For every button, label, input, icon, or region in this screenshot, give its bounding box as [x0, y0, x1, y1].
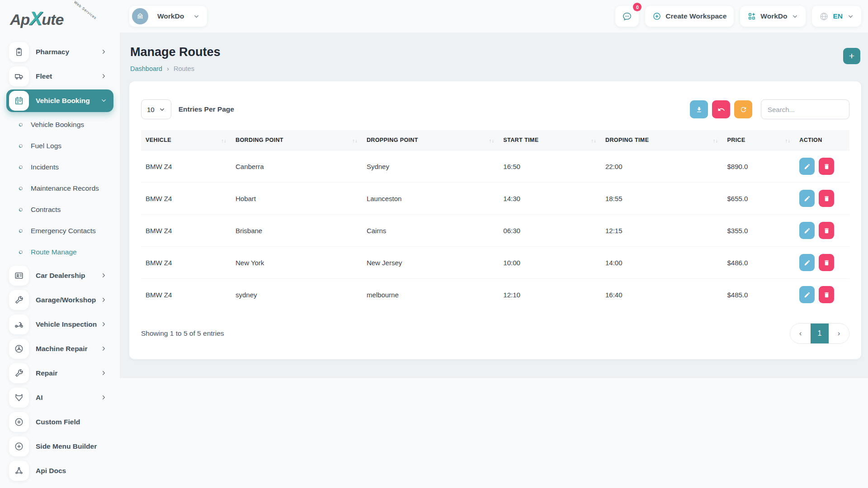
sidebar-item-pharmacy[interactable]: Pharmacy	[6, 41, 113, 63]
bullet-icon	[18, 164, 24, 170]
refresh-button[interactable]	[734, 100, 752, 118]
pagination: ‹ 1 ›	[790, 323, 849, 344]
sidebar-subitem-label: Emergency Contacts	[31, 227, 96, 235]
toolbar-actions	[690, 99, 849, 119]
chat-icon	[622, 11, 632, 21]
chevron-right-icon	[100, 296, 107, 305]
column-header-dropping-point[interactable]: DROPPING POINT↑↓	[362, 130, 499, 150]
pluscircle-icon	[9, 436, 29, 456]
create-workspace-button[interactable]: Create Workspace	[645, 6, 734, 27]
cell-action	[795, 183, 849, 215]
sidebar-item-vehicle-inspection[interactable]: Vehicle Inspection	[6, 313, 113, 336]
delete-route-button[interactable]	[819, 222, 834, 239]
table-row: BMW Z4CanberraSydney16:5022:00$890.0	[141, 150, 849, 183]
column-header-vehicle[interactable]: VEHICLE↑↓	[141, 130, 231, 150]
sidebar-item-car-dealership[interactable]: Car Dealership	[6, 264, 113, 287]
sidebar-subitem-label: Route Manage	[31, 248, 77, 256]
sidebar-subitem-label: Incidents	[31, 163, 59, 171]
sidebar-item-label: Car Dealership	[36, 272, 85, 280]
edit-route-button[interactable]	[799, 286, 815, 303]
sidebar-item-contracts[interactable]: Contracts	[6, 199, 113, 220]
download-icon	[695, 106, 703, 113]
sidebar-item-machine-repair[interactable]: Machine Repair	[6, 338, 113, 360]
sidebar-item-repair[interactable]: Repair	[6, 362, 113, 385]
previous-page-button[interactable]: ‹	[790, 324, 811, 343]
sidebar-item-label: Vehicle Booking	[36, 97, 90, 105]
entries-summary: Showing 1 to 5 of 5 entries	[141, 329, 224, 338]
table-row: BMW Z4BrisbaneCairns06:3012:15$355.0	[141, 215, 849, 247]
column-header-droping-time[interactable]: DROPING TIME↑↓	[601, 130, 723, 150]
table-row: BMW Z4New YorkNew Jersey10:0014:00$486.0	[141, 247, 849, 279]
globe-icon	[819, 12, 829, 21]
edit-route-button[interactable]	[799, 254, 815, 271]
sidebar-item-fuel-logs[interactable]: Fuel Logs	[6, 135, 113, 156]
sidebar-item-custom-field[interactable]: Custom Field	[6, 411, 113, 433]
sidebar-subitem-label: Maintenance Records	[31, 184, 99, 192]
sidebar-item-vehicle-bookings[interactable]: Vehicle Bookings	[6, 114, 113, 135]
next-page-button[interactable]: ›	[829, 324, 849, 343]
column-header-price[interactable]: PRICE↑↓	[722, 130, 795, 150]
column-header-label: VEHICLE	[146, 137, 171, 143]
sidebar-item-label: Custom Field	[36, 418, 80, 426]
sidebar-item-side-menu-builder[interactable]: Side Menu Builder	[6, 435, 113, 458]
cell-price: $355.0	[722, 215, 795, 247]
page-number-button[interactable]: 1	[811, 324, 829, 343]
sidebar-item-api-docs[interactable]: Api Docs	[6, 460, 113, 482]
idcard-icon	[9, 266, 29, 286]
bullet-icon	[18, 143, 24, 149]
breadcrumb-dashboard-link[interactable]: Dashboard	[130, 65, 162, 72]
cell-boarding: sydney	[231, 279, 362, 311]
cell-start-time: 10:00	[499, 247, 601, 279]
cell-start-time: 16:50	[499, 150, 601, 183]
chevron-right-icon: ›	[167, 65, 169, 72]
entries-per-page-select[interactable]: 10	[141, 99, 171, 119]
sidebar-item-emergency-contacts[interactable]: Emergency Contacts	[6, 220, 113, 241]
add-route-button[interactable]: +	[843, 48, 860, 64]
sidebar-item-ai[interactable]: AI	[6, 386, 113, 409]
edit-route-button[interactable]	[799, 190, 815, 207]
sort-icon: ↑↓	[785, 138, 790, 143]
delete-route-button[interactable]	[819, 190, 834, 207]
main-column: WorkDo 0 Create Workspace	[120, 0, 868, 488]
cell-vehicle: BMW Z4	[141, 183, 231, 215]
chevron-down-icon	[847, 13, 854, 20]
wrench-icon	[9, 363, 29, 383]
cell-start-time: 06:30	[499, 215, 601, 247]
workdo-menu-button[interactable]: WorkDo	[740, 6, 806, 27]
column-header-bording-point[interactable]: BORDING POINT↑↓	[231, 130, 362, 150]
delete-route-button[interactable]	[819, 254, 834, 271]
column-header-start-time[interactable]: START TIME↑↓	[499, 130, 601, 150]
trash-icon	[823, 259, 830, 266]
table-toolbar: 10 Entries Per Page	[141, 99, 849, 119]
edit-route-button[interactable]	[799, 222, 815, 239]
delete-route-button[interactable]	[819, 286, 834, 303]
api-icon	[9, 461, 29, 481]
sidebar-item-vehicle-booking[interactable]: Vehicle Booking	[6, 89, 113, 112]
workspace-switcher[interactable]: WorkDo	[129, 6, 207, 27]
sidebar-item-garage-workshop[interactable]: Garage/Workshop	[6, 289, 113, 311]
cell-dropping: New Jersey	[362, 247, 499, 279]
sidebar-item-fleet[interactable]: Fleet	[6, 65, 113, 88]
page-title: Manage Routes	[130, 45, 221, 59]
cell-dropping: melbourne	[362, 279, 499, 311]
language-selector[interactable]: EN	[812, 6, 861, 27]
column-header-action: ACTION	[795, 130, 849, 150]
brand-logo[interactable]: ApXute Web Services	[0, 5, 120, 33]
cell-price: $655.0	[722, 183, 795, 215]
cell-boarding: Canberra	[231, 150, 362, 183]
delete-route-button[interactable]	[819, 158, 834, 175]
export-download-button[interactable]	[690, 100, 708, 118]
cell-price: $486.0	[722, 247, 795, 279]
sidebar-item-label: AI	[36, 394, 43, 402]
cell-boarding: Brisbane	[231, 215, 362, 247]
sort-icon: ↑↓	[221, 138, 226, 143]
search-input[interactable]	[761, 99, 849, 119]
messages-button[interactable]: 0	[615, 6, 639, 27]
chevron-down-icon	[193, 13, 200, 20]
edit-route-button[interactable]	[799, 158, 815, 175]
reset-button[interactable]	[712, 100, 730, 118]
sidebar-item-maintenance-records[interactable]: Maintenance Records	[6, 178, 113, 199]
sort-icon: ↑↓	[591, 138, 596, 143]
sidebar-item-incidents[interactable]: Incidents	[6, 156, 113, 178]
sidebar-item-route-manage[interactable]: Route Manage	[6, 241, 113, 263]
